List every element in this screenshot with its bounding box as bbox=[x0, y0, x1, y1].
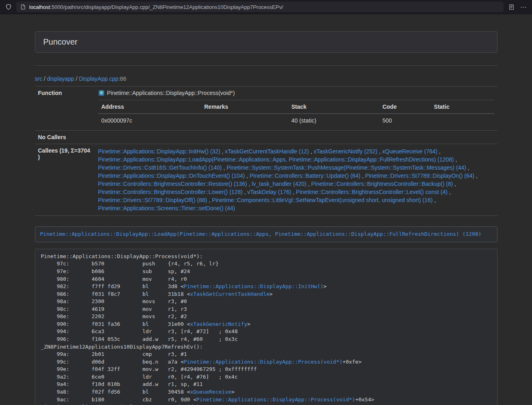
code-symbol-link[interactable]: xQueueReceive bbox=[190, 389, 231, 395]
chrome-actions: ⋯ bbox=[506, 2, 529, 12]
callee-link[interactable]: Pinetime::Applications::DisplayApp::OnTo… bbox=[98, 172, 245, 179]
stats-header: Code bbox=[379, 100, 431, 114]
function-label: Function bbox=[35, 86, 95, 131]
callee-separator: , bbox=[291, 189, 296, 195]
code-symbol-link[interactable]: Pinetime::Applications::DisplayApp::Proc… bbox=[196, 396, 355, 403]
stats-header: Stack bbox=[288, 100, 379, 114]
breadcrumb-line-number: :86 bbox=[118, 75, 126, 82]
breadcrumb-separator: / bbox=[74, 75, 79, 82]
callee-link[interactable]: Pinetime::Applications::Screens::Timer::… bbox=[98, 205, 235, 211]
callee-separator: , bbox=[207, 197, 212, 203]
callee-separator: , bbox=[453, 181, 456, 187]
callee-separator: , bbox=[474, 172, 478, 179]
code-symbol-link[interactable]: xTaskGenericNotify bbox=[190, 321, 247, 327]
callee-link[interactable]: Pinetime::Applications::DisplayApp::Init… bbox=[98, 148, 220, 155]
url-bar[interactable]: localhost:5000/path/src/displayapp/Displ… bbox=[16, 2, 504, 12]
callee-separator: , bbox=[433, 197, 436, 203]
function-detail-cell: Pinetime::Applications::DisplayApp::Proc… bbox=[95, 86, 498, 131]
page-title: Puncover bbox=[43, 37, 78, 46]
callee-link[interactable]: Pinetime::Controllers::BrightnessControl… bbox=[98, 181, 247, 187]
callee-link[interactable]: Pinetime::Controllers::Battery::Update()… bbox=[250, 172, 360, 179]
callee-separator: , bbox=[454, 156, 457, 163]
callee-link[interactable]: Pinetime::Controllers::BrightnessControl… bbox=[98, 189, 243, 195]
callee-link[interactable]: xTaskGenericNotify (252) bbox=[314, 148, 377, 155]
callee-separator: , bbox=[466, 164, 470, 171]
page-icon bbox=[20, 4, 26, 10]
code-symbol-link[interactable]: Pinetime::Applications::DisplayApp::Init… bbox=[184, 283, 323, 289]
shield-icon[interactable] bbox=[3, 2, 14, 12]
stats-header: Remarks bbox=[201, 100, 288, 114]
stats-value bbox=[201, 114, 288, 127]
callee-link[interactable]: vTaskDelay (176) bbox=[248, 189, 291, 195]
stats-value-row: 0x0000097c40 (static)500 bbox=[98, 114, 494, 127]
callees-list: Pinetime::Applications::DisplayApp::Init… bbox=[95, 144, 498, 216]
callers-cell bbox=[95, 131, 498, 144]
callee-link[interactable]: Pinetime::Drivers::St7789::DisplayOn() (… bbox=[365, 172, 474, 179]
callee-separator: , bbox=[360, 172, 365, 179]
callee-link[interactable]: xQueueReceive (764) bbox=[382, 148, 437, 155]
callee-link[interactable]: Pinetime::System::SystemTask::PushMessag… bbox=[226, 164, 466, 171]
callee-link[interactable]: Pinetime::Controllers::BrightnessControl… bbox=[311, 181, 453, 187]
stats-value: 40 (static) bbox=[288, 114, 379, 127]
url-host: localhost bbox=[29, 4, 50, 10]
callee-link[interactable]: Pinetime::Applications::DisplayApp::Load… bbox=[98, 156, 454, 163]
stats-header-row: AddressRemarksStackCodeStatic bbox=[98, 100, 494, 114]
browser-chrome: localhost:5000/path/src/displayapp/Displ… bbox=[0, 0, 532, 14]
no-callers-row: No Callers bbox=[35, 131, 498, 144]
stats-header: Address bbox=[98, 100, 201, 114]
function-table: Function Pinetime::Applications::Display… bbox=[35, 86, 498, 216]
callee-separator: , bbox=[306, 181, 311, 187]
highlighted-symbol-link[interactable]: Pinetime::Applications::DisplayApp::Load… bbox=[40, 231, 482, 237]
callee-separator: , bbox=[222, 164, 227, 171]
code-symbol-link[interactable]: Pinetime::Applications::DisplayApp::Proc… bbox=[184, 359, 342, 365]
code-symbol-link[interactable]: xTaskGetCurrentTaskHandle bbox=[190, 291, 269, 297]
callee-separator: , bbox=[247, 181, 252, 187]
function-name: Pinetime::Applications::DisplayApp::Proc… bbox=[107, 90, 235, 96]
highlighted-symbol-box: Pinetime::Applications::DisplayApp::Load… bbox=[35, 226, 498, 242]
app-header-panel: Puncover bbox=[35, 31, 498, 53]
callees-row: Callees (19, Σ=3704 ) Pinetime::Applicat… bbox=[35, 144, 498, 216]
url-text: localhost:5000/path/src/displayapp/Displ… bbox=[29, 4, 283, 10]
stats-header: Static bbox=[431, 100, 494, 114]
callee-separator: , bbox=[245, 172, 250, 179]
breadcrumb: src / displayapp / DisplayApp.cpp:86 bbox=[35, 75, 498, 83]
callee-separator: , bbox=[243, 189, 248, 195]
callee-link[interactable]: Pinetime::Drivers::St7789::DisplayOff() … bbox=[98, 197, 207, 203]
stats-value: 500 bbox=[379, 114, 431, 127]
callee-link[interactable]: xTaskGetCurrentTaskHandle (12) bbox=[225, 148, 309, 155]
page-content: Puncover src / displayapp / DisplayApp.c… bbox=[0, 14, 532, 405]
shield-icon-glyph bbox=[5, 4, 12, 10]
stats-value: 0x0000097c bbox=[98, 114, 201, 127]
function-row: Function Pinetime::Applications::Display… bbox=[35, 86, 498, 131]
callee-separator: , bbox=[220, 148, 225, 155]
breadcrumb-link[interactable]: DisplayApp.cpp bbox=[79, 75, 118, 82]
overflow-menu-icon[interactable]: ⋯ bbox=[518, 2, 529, 12]
callee-link[interactable]: Pinetime::Controllers::BrightnessControl… bbox=[296, 189, 447, 195]
callees-label: Callees (19, Σ=3704 ) bbox=[35, 144, 95, 216]
callee-separator: , bbox=[448, 189, 451, 195]
reader-mode-icon[interactable] bbox=[506, 2, 517, 12]
stats-table: AddressRemarksStackCodeStatic 0x0000097c… bbox=[98, 100, 494, 127]
code-block: Pinetime::Applications::DisplayApp::Proc… bbox=[35, 249, 498, 405]
stats-value bbox=[431, 114, 494, 127]
callee-separator: , bbox=[377, 148, 382, 155]
breadcrumb-link[interactable]: src bbox=[35, 75, 43, 82]
callee-link[interactable]: lv_task_handler (420) bbox=[252, 181, 306, 187]
divider bbox=[35, 65, 498, 66]
breadcrumb-link[interactable]: displayapp bbox=[47, 75, 74, 82]
breadcrumb-separator: / bbox=[42, 75, 47, 82]
method-icon bbox=[98, 90, 105, 96]
callee-link[interactable]: Pinetime::Drivers::Cst816S::GetTouchInfo… bbox=[98, 164, 222, 171]
function-name-line: Pinetime::Applications::DisplayApp::Proc… bbox=[98, 90, 494, 100]
callee-separator: , bbox=[437, 148, 441, 155]
callee-separator: , bbox=[309, 148, 314, 155]
url-path: :5000/path/src/displayapp/DisplayApp.cpp… bbox=[50, 4, 283, 10]
no-callers-label: No Callers bbox=[35, 131, 95, 144]
callee-link[interactable]: Pinetime::Components::LittleVgl::SetNewT… bbox=[212, 197, 433, 203]
